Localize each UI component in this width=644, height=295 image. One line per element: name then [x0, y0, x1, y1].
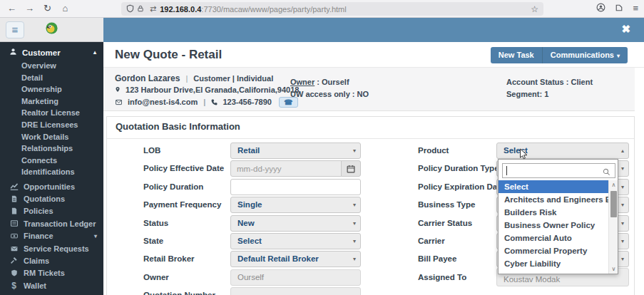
sidebar-item-realtor-license[interactable]: Realtor License [0, 107, 103, 119]
status-select[interactable]: New▾ [230, 215, 361, 232]
gavel-icon [9, 257, 19, 264]
new-task-button[interactable]: New Task [491, 47, 543, 63]
policy-effective-date-label: Policy Effective Date [143, 160, 224, 177]
envelope-icon [9, 245, 19, 252]
policy-duration-input[interactable] [230, 179, 361, 195]
quotation-number-input [230, 287, 361, 295]
sidebar-item-dre-licensees[interactable]: DRE Licensees [0, 119, 103, 131]
scroll-down-icon[interactable]: ∨ [609, 266, 618, 272]
customer-email[interactable]: info@nest-is4.com [128, 98, 198, 106]
calendar-icon[interactable] [341, 160, 361, 177]
sidebar-toggle-button[interactable]: ≡ [6, 21, 24, 38]
chevron-down-icon: ▾ [621, 216, 624, 231]
sidebar-item-ownership[interactable]: Ownership [0, 83, 103, 95]
state-value: Select [237, 237, 262, 245]
sidebar-item-claims[interactable]: Claims [0, 254, 103, 266]
file-icon [9, 207, 19, 215]
shield-icon[interactable] [126, 3, 134, 16]
sidebar-item-service-requests[interactable]: Service Requests [0, 242, 103, 254]
url-host: 192.168.0.4 [160, 5, 201, 14]
sidebar-item-opportunities[interactable]: Opportunities [0, 180, 103, 192]
sidebar-item-relationships[interactable]: Relationships [0, 143, 103, 155]
dropdown-option-select[interactable]: Select [499, 180, 608, 193]
sidebar-item-transaction-ledger[interactable]: Transaction Ledger [0, 217, 103, 229]
dropdown-option-cyber-liability[interactable]: Cyber Liability [499, 257, 608, 270]
policy-expiration-date-label: Policy Expiration Date [418, 179, 504, 195]
dropdown-scrollbar[interactable]: ∧ ∨ [608, 180, 618, 274]
chevron-down-icon: ▾ [621, 180, 624, 195]
sidebar-item-wallet[interactable]: $ Wallet [0, 279, 103, 291]
sidebar-item-rm-tickets[interactable]: RM Tickets [0, 267, 103, 279]
sidebar-item-marketing[interactable]: Marketing [0, 95, 103, 108]
sidebar-item-label: Service Requests [24, 244, 89, 253]
app-menu-icon[interactable]: ≡ [633, 0, 638, 17]
sidebar-item-label: Finance [24, 232, 53, 240]
owner-value: Ourself [322, 78, 349, 86]
policy-effective-date-input[interactable] [230, 160, 342, 177]
bookmark-star-icon[interactable]: ☆ [531, 4, 538, 14]
policy-duration-type-label: Policy Duration Type [418, 160, 499, 177]
forward-icon[interactable]: → [21, 0, 39, 17]
sidebar-item-label: Opportunities [24, 182, 75, 191]
macaw-logo-icon [45, 21, 58, 38]
dropdown-option-builders-risk[interactable]: Builders Risk [499, 206, 608, 219]
chevron-down-icon: ▾ [353, 252, 356, 266]
dropdown-option-commercial-property[interactable]: Commercial Property [499, 244, 608, 257]
tracking-toggle-icon[interactable]: ⇄ [150, 4, 156, 14]
dropdown-option-architects-and-engineers-eo[interactable]: Architects and Engineers EO [499, 193, 608, 206]
sidebar-item-quotations[interactable]: Quotations [0, 192, 103, 205]
sidebar-item-customer[interactable]: Customer ▴ [0, 42, 103, 60]
back-icon[interactable]: ← [3, 0, 21, 17]
retail-broker-value: Default Retail Broker [237, 254, 319, 263]
chevron-down-icon: ▾ [621, 234, 624, 249]
url-text[interactable]: 192.168.0.4:7730/macaw/www/pages/party/p… [160, 5, 347, 14]
dropdown-option-business-owner-policy[interactable]: Business Owner Policy [499, 219, 608, 232]
header-buttons: New Task Communications▾ [491, 47, 628, 63]
assigned-to-label: Assigned To [418, 269, 466, 286]
sidebar-item-connects[interactable]: Connects [0, 155, 103, 167]
account-status-label: Account Status [506, 78, 564, 86]
scroll-up-icon[interactable]: ∧ [609, 182, 618, 188]
status-label: Status [143, 215, 168, 232]
home-icon[interactable]: ⌂ [56, 0, 74, 17]
dropdown-option-commercial-auto[interactable]: Commercial Auto [499, 232, 608, 244]
quotation-basic-information-panel: Quotation Basic Information LOB Retail▾ … [106, 116, 635, 295]
owner-label[interactable]: Owner [290, 78, 315, 86]
sidebar-item-identifications[interactable]: Identifications [0, 166, 103, 178]
sidebar-item-detail[interactable]: Detail [0, 72, 103, 84]
extensions-icon[interactable] [615, 2, 623, 15]
url-bar[interactable]: ⇄ 192.168.0.4:7730/macaw/www/pages/party… [121, 2, 543, 16]
lock-icon[interactable] [137, 3, 144, 16]
reload-icon[interactable]: ↻ [39, 0, 56, 17]
sidebar-item-label: Quotations [24, 195, 65, 203]
business-type-label: Business Type [418, 197, 475, 213]
customer-summary: Gordon Lazares | Customer | Individual 1… [115, 73, 299, 108]
product-label: Product [418, 143, 449, 159]
lob-select[interactable]: Retail▾ [230, 143, 361, 159]
state-select[interactable]: Select▾ [230, 233, 361, 249]
close-icon[interactable]: ✖ [621, 23, 630, 36]
browser-nav: ← → ↻ ⌂ [3, 0, 74, 17]
user-icon [9, 48, 17, 57]
product-select[interactable]: Select▴ [496, 143, 629, 159]
chevron-down-icon: ▾ [621, 252, 624, 266]
payment-frequency-select[interactable]: Single▾ [230, 197, 361, 213]
sidebar-item-work-details[interactable]: Work Details [0, 131, 103, 143]
chevron-down-icon: ▾ [353, 216, 356, 231]
sidebar-item-overview[interactable]: Overview [0, 60, 103, 72]
owner-input: Ourself [230, 269, 361, 286]
sidebar-item-policies[interactable]: Policies [0, 205, 103, 217]
dropdown-search-input[interactable] [502, 163, 615, 178]
profile-icon[interactable] [596, 2, 605, 15]
retail-broker-select[interactable]: Default Retail Broker▾ [230, 251, 361, 267]
scrollbar-thumb[interactable] [610, 191, 617, 217]
customer-category: Customer | Individual [193, 74, 273, 83]
payment-frequency-value: Single [237, 200, 262, 209]
sidebar-item-label: Claims [24, 257, 49, 265]
money-icon [9, 232, 19, 239]
status-value: New [237, 219, 255, 227]
file-text-icon [9, 195, 19, 203]
communications-button[interactable]: Communications▾ [543, 47, 628, 63]
sidebar-item-finance[interactable]: Finance ▾ [0, 230, 103, 242]
dropdown-option-directors-and-officers[interactable]: Directors and Officers [499, 270, 608, 274]
